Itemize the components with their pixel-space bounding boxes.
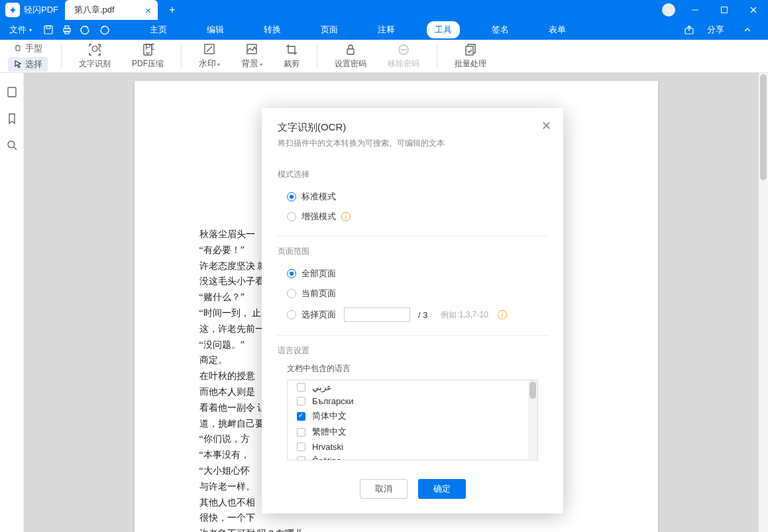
svg-text:OCR: OCR	[91, 44, 101, 54]
language-name: Hrvatski	[312, 442, 343, 452]
document-line: 许老急不可耐 吗？在哪儿	[181, 526, 612, 532]
radio-current-page[interactable]: 当前页面	[278, 284, 547, 303]
language-section-title: 语言设置	[278, 345, 547, 356]
language-name: Čeština	[312, 456, 341, 460]
set-password-button[interactable]: 设置密码	[324, 43, 377, 70]
watermark-button[interactable]: 水印▾	[188, 42, 231, 70]
vertical-scrollbar[interactable]	[759, 73, 768, 532]
close-tab-icon[interactable]: ×	[145, 5, 151, 16]
svg-line-14	[207, 46, 212, 52]
language-scrollbar[interactable]	[528, 380, 537, 460]
bookmark-icon[interactable]	[6, 113, 18, 125]
language-option[interactable]: Български	[288, 394, 537, 408]
ocr-button[interactable]: OCR文字识别	[68, 43, 121, 70]
page-range-input[interactable]	[344, 307, 410, 322]
dialog-close-icon[interactable]: ✕	[541, 119, 551, 133]
checkbox-icon	[297, 443, 305, 451]
minimize-button[interactable]	[681, 0, 710, 20]
language-option[interactable]: 繁體中文	[288, 424, 537, 440]
tab-sign[interactable]: 签名	[484, 21, 517, 38]
radio-icon	[287, 310, 296, 319]
language-option[interactable]: Čeština	[288, 454, 537, 460]
language-name: 简体中文	[312, 410, 347, 422]
radio-standard-mode[interactable]: 标准模式	[278, 187, 547, 207]
radio-icon	[287, 269, 296, 278]
menu-tabs: 主页 编辑 转换 页面 注释 工具 签名 表单	[142, 21, 574, 38]
menu-bar: 文件▾ 主页 编辑 转换 页面 注释 工具 签名 表单 分享	[0, 20, 768, 40]
app-logo-icon: ✦	[5, 3, 20, 17]
checkbox-icon	[297, 383, 305, 392]
ocr-dialog: 文字识别(OCR) 将扫描件中的文本转换为可搜索、可编辑的文本 ✕ 模式选择 标…	[262, 108, 563, 513]
page-total: / 3	[418, 310, 427, 320]
document-tab[interactable]: 第八章.pdf ×	[65, 0, 158, 20]
language-option[interactable]: عربي	[288, 380, 537, 394]
select-mode-button[interactable]: 选择	[8, 57, 48, 72]
checkbox-icon	[297, 428, 305, 437]
batch-button[interactable]: 批量处理	[444, 43, 497, 70]
background-button[interactable]: 背景▾	[231, 42, 273, 70]
thumbnails-icon[interactable]	[6, 86, 18, 98]
language-name: عربي	[312, 382, 332, 392]
page-range-section-title: 页面范围	[278, 246, 547, 257]
remove-password-button: 移除密码	[377, 43, 430, 70]
language-name: Български	[312, 396, 354, 406]
mode-section-title: 模式选择	[278, 169, 547, 180]
hand-mode-button[interactable]: 手型	[8, 41, 48, 56]
add-tab-button[interactable]: +	[164, 2, 180, 18]
svg-rect-5	[46, 26, 50, 28]
svg-rect-19	[466, 46, 473, 55]
dialog-subtitle: 将扫描件中的文本转换为可搜索、可编辑的文本	[278, 138, 547, 149]
user-avatar-icon[interactable]	[662, 3, 675, 17]
share-label[interactable]: 分享	[707, 24, 724, 36]
svg-rect-4	[44, 26, 52, 34]
close-window-button[interactable]	[739, 0, 768, 20]
left-sidebar	[0, 73, 24, 532]
share-icon[interactable]	[682, 23, 696, 37]
tab-title: 第八章.pdf	[74, 4, 115, 16]
svg-rect-20	[8, 87, 16, 97]
tab-convert[interactable]: 转换	[256, 21, 289, 38]
radio-icon	[287, 289, 296, 298]
svg-line-22	[14, 147, 17, 150]
language-option[interactable]: 简体中文	[288, 408, 537, 424]
radio-all-pages[interactable]: 全部页面	[278, 264, 547, 284]
info-icon[interactable]: i	[341, 212, 351, 221]
scroll-thumb[interactable]	[529, 382, 536, 399]
checkbox-icon	[297, 412, 305, 421]
print-icon[interactable]	[60, 23, 74, 37]
svg-rect-8	[65, 31, 69, 34]
radio-select-pages[interactable]: 选择页面 / 3 例如:1,3,7-10 i	[278, 303, 547, 326]
language-name: 繁體中文	[312, 426, 347, 438]
app-name: 轻闪PDF	[24, 4, 58, 16]
svg-rect-16	[347, 49, 354, 54]
language-label: 文档中包含的语言	[278, 363, 547, 374]
tab-form[interactable]: 表单	[541, 21, 574, 38]
dialog-title: 文字识别(OCR)	[278, 121, 547, 134]
file-menu[interactable]: 文件▾	[9, 24, 32, 36]
collapse-ribbon-icon[interactable]	[740, 23, 755, 37]
maximize-button[interactable]	[710, 0, 739, 20]
page-hint: 例如:1,3,7-10	[441, 309, 488, 321]
svg-point-21	[8, 141, 15, 148]
save-icon[interactable]	[41, 23, 56, 37]
tab-tools[interactable]: 工具	[427, 21, 460, 38]
tab-home[interactable]: 主页	[142, 21, 175, 38]
scroll-thumb[interactable]	[760, 74, 767, 180]
tab-page[interactable]: 页面	[313, 21, 346, 38]
svg-text:PDF: PDF	[145, 43, 154, 52]
compress-button[interactable]: PDFPDF压缩	[121, 43, 174, 70]
tab-edit[interactable]: 编辑	[199, 21, 232, 38]
language-list: عربيБългарски简体中文繁體中文HrvatskiČeština	[287, 380, 538, 460]
language-option[interactable]: Hrvatski	[288, 440, 537, 454]
crop-button[interactable]: 裁剪	[273, 43, 310, 70]
svg-rect-1	[722, 7, 728, 13]
redo-icon[interactable]	[97, 23, 111, 37]
radio-icon	[287, 212, 296, 221]
search-icon[interactable]	[6, 139, 18, 151]
ok-button[interactable]: 确定	[418, 479, 466, 499]
radio-enhanced-mode[interactable]: 增强模式i	[278, 207, 547, 227]
cancel-button[interactable]: 取消	[360, 479, 408, 499]
undo-icon[interactable]	[78, 23, 93, 37]
info-icon[interactable]: i	[498, 310, 507, 319]
tab-annotate[interactable]: 注释	[370, 21, 403, 38]
